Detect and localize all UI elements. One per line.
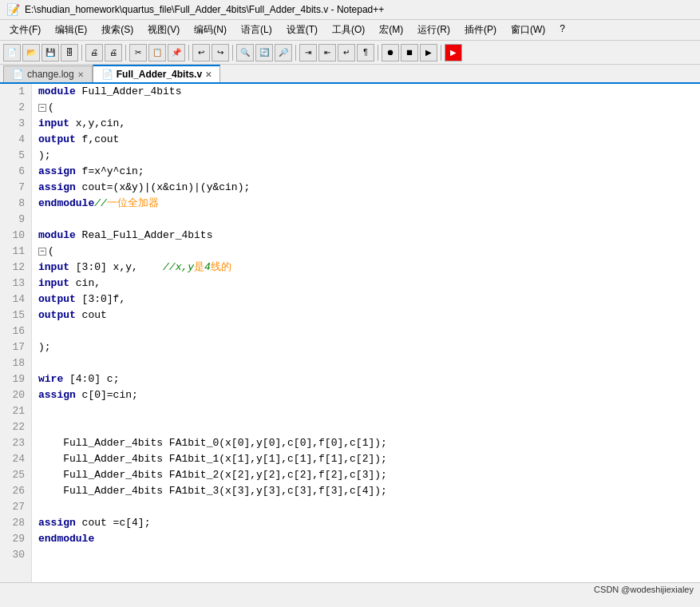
macro-stop-button[interactable]: ⏹ bbox=[401, 44, 418, 61]
line-num-13: 13 bbox=[6, 276, 25, 292]
code-line-25: Full_Adder_4bits FA1bit_2(x[2],y[2],c[2]… bbox=[38, 467, 694, 483]
redo-button[interactable]: ↪ bbox=[212, 44, 229, 61]
code-line-19: wire [4:0] c; bbox=[38, 371, 694, 387]
line-num-27: 27 bbox=[6, 499, 25, 515]
code-line-17: ); bbox=[38, 339, 694, 355]
code-line-24: Full_Adder_4bits FA1bit_1(x[1],y[1],c[1]… bbox=[38, 451, 694, 467]
line-num-2: 2 bbox=[6, 100, 25, 116]
code-line-5: ); bbox=[38, 148, 694, 164]
fold-icon-line-11[interactable]: − bbox=[38, 248, 46, 256]
line-num-30: 30 bbox=[6, 547, 25, 563]
line-num-7: 7 bbox=[6, 180, 25, 196]
code-line-1: module Full_Adder_4bits bbox=[38, 84, 694, 100]
tab-fulladder-icon: 📄 bbox=[101, 69, 113, 80]
menu-file[interactable]: 文件(F) bbox=[3, 22, 47, 38]
line-num-17: 17 bbox=[6, 339, 25, 355]
cut-button[interactable]: ✂ bbox=[129, 44, 147, 61]
wrap-button[interactable]: ↵ bbox=[338, 44, 355, 61]
code-line-6: assign f=x^y^cin; bbox=[38, 164, 694, 180]
code-line-16 bbox=[38, 323, 694, 339]
line-num-18: 18 bbox=[6, 355, 25, 371]
toolbar: 📄 📂 💾 🗄 🖨 🖨 ✂ 📋 📌 ↩ ↪ 🔍 🔄 🔎 ⇥ ⇤ ↵ ¶ ⏺ ⏹ … bbox=[0, 41, 700, 65]
line-num-6: 6 bbox=[6, 164, 25, 180]
line-num-20: 20 bbox=[6, 387, 25, 403]
status-text: CSDN @wodeshijiexialey bbox=[594, 585, 694, 594]
save-button[interactable]: 💾 bbox=[42, 44, 59, 61]
menu-macro[interactable]: 宏(M) bbox=[373, 22, 409, 38]
menu-plugins[interactable]: 插件(P) bbox=[458, 22, 503, 38]
code-line-18 bbox=[38, 355, 694, 371]
line-num-4: 4 bbox=[6, 132, 25, 148]
menu-encode[interactable]: 编码(N) bbox=[188, 22, 233, 38]
toolbar-sep2 bbox=[125, 45, 126, 61]
new-button[interactable]: 📄 bbox=[3, 44, 21, 61]
save-all-button[interactable]: 🗄 bbox=[61, 44, 78, 61]
code-line-22 bbox=[38, 419, 694, 435]
line-num-24: 24 bbox=[6, 451, 25, 467]
open-button[interactable]: 📂 bbox=[22, 44, 40, 61]
line-num-16: 16 bbox=[6, 323, 25, 339]
find-button[interactable]: 🔍 bbox=[236, 44, 254, 61]
tab-changelog-icon: 📄 bbox=[12, 69, 24, 80]
code-line-9 bbox=[38, 212, 694, 228]
line-num-1: 1 bbox=[6, 84, 25, 100]
menu-view[interactable]: 视图(V) bbox=[141, 22, 186, 38]
code-line-7: assign cout=(x&y)|(x&cin)|(y&cin); bbox=[38, 180, 694, 196]
line-numbers: 1234567891011121314151617181920212223242… bbox=[0, 84, 32, 582]
menu-language[interactable]: 语言(L) bbox=[235, 22, 279, 38]
line-num-29: 29 bbox=[6, 531, 25, 547]
menu-run[interactable]: 运行(R) bbox=[411, 22, 457, 38]
menu-settings[interactable]: 设置(T) bbox=[280, 22, 324, 38]
line-num-12: 12 bbox=[6, 260, 25, 276]
code-line-10: module Real_Full_Adder_4bits bbox=[38, 228, 694, 244]
line-num-22: 22 bbox=[6, 419, 25, 435]
code-line-21 bbox=[38, 403, 694, 419]
print-now-button[interactable]: 🖨 bbox=[105, 44, 122, 61]
line-num-11: 11 bbox=[6, 244, 25, 260]
code-line-8: endmodule //一位全加器 bbox=[38, 196, 694, 212]
tab-fulladder-label: Full_Adder_4bits.v bbox=[117, 69, 202, 80]
line-num-9: 9 bbox=[6, 212, 25, 228]
print-button[interactable]: 🖨 bbox=[85, 44, 103, 61]
toolbar-sep3 bbox=[188, 45, 189, 61]
toolbar-sep4 bbox=[232, 45, 233, 61]
unindent-button[interactable]: ⇤ bbox=[318, 44, 336, 61]
toolbar-sep1 bbox=[81, 45, 82, 61]
tab-fulladder-close[interactable]: ✕ bbox=[205, 70, 212, 79]
code-line-14: output [3:0]f, bbox=[38, 292, 694, 307]
code-line-20: assign c[0]=cin; bbox=[38, 387, 694, 403]
code-line-26: Full_Adder_4bits FA1bit_3(x[3],y[3],c[3]… bbox=[38, 483, 694, 499]
menu-tools[interactable]: 工具(O) bbox=[326, 22, 371, 38]
paste-button[interactable]: 📌 bbox=[168, 44, 185, 61]
code-line-12: input [3:0] x,y, //x,y是4线的 bbox=[38, 260, 694, 276]
status-bar: CSDN @wodeshijiexialey bbox=[0, 582, 700, 596]
line-num-25: 25 bbox=[6, 467, 25, 483]
run-button[interactable]: ▶ bbox=[445, 44, 462, 61]
menu-help[interactable]: ? bbox=[553, 22, 571, 38]
replace-button[interactable]: 🔄 bbox=[255, 44, 273, 61]
lineend-button[interactable]: ¶ bbox=[357, 44, 374, 61]
fold-icon-line-2[interactable]: − bbox=[38, 104, 46, 112]
indent-button[interactable]: ⇥ bbox=[299, 44, 317, 61]
tab-bar: 📄 change.log ✕ 📄 Full_Adder_4bits.v ✕ bbox=[0, 65, 700, 84]
menu-window[interactable]: 窗口(W) bbox=[504, 22, 552, 38]
tab-changelog-close[interactable]: ✕ bbox=[77, 70, 84, 79]
tab-changelog[interactable]: 📄 change.log ✕ bbox=[3, 65, 93, 82]
code-line-11: −( bbox=[38, 244, 694, 260]
undo-button[interactable]: ↩ bbox=[192, 44, 210, 61]
code-line-28: assign cout =c[4]; bbox=[38, 515, 694, 531]
code-line-13: input cin, bbox=[38, 276, 694, 292]
macro-play-button[interactable]: ▶ bbox=[420, 44, 437, 61]
line-num-28: 28 bbox=[6, 515, 25, 531]
zoom-in-button[interactable]: 🔎 bbox=[275, 44, 292, 61]
code-area[interactable]: module Full_Adder_4bits−( input x,y,cin,… bbox=[32, 84, 700, 582]
copy-button[interactable]: 📋 bbox=[148, 44, 166, 61]
line-num-3: 3 bbox=[6, 116, 25, 132]
menu-search[interactable]: 搜索(S) bbox=[95, 22, 140, 38]
line-num-8: 8 bbox=[6, 196, 25, 212]
tab-fulladder[interactable]: 📄 Full_Adder_4bits.v ✕ bbox=[93, 65, 220, 82]
code-line-27 bbox=[38, 499, 694, 515]
macro-rec-button[interactable]: ⏺ bbox=[382, 44, 399, 61]
line-num-10: 10 bbox=[6, 228, 25, 244]
menu-edit[interactable]: 编辑(E) bbox=[49, 22, 93, 38]
